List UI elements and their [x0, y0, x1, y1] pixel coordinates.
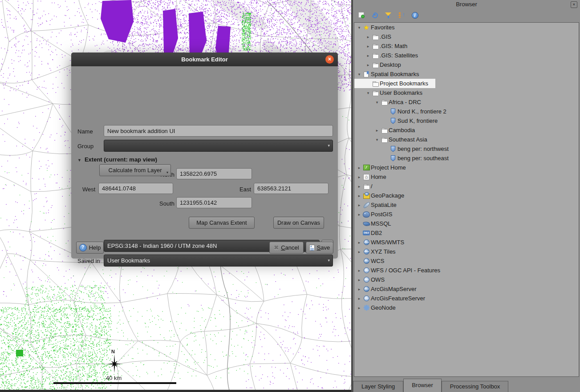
map-canvas-extent-button[interactable]: Map Canvas Extent [189, 217, 255, 229]
globe-icon [362, 258, 370, 264]
save-label: Save [317, 244, 330, 251]
cancel-button[interactable]: ✖ Cancel [269, 242, 304, 254]
browser-panel-title: Browser [353, 1, 580, 8]
expander-open-icon[interactable]: ▾ [356, 25, 362, 30]
expander-closed-icon[interactable]: ▸ [356, 240, 362, 245]
tree-item-label: Favorites [370, 24, 394, 31]
spatialite-icon [362, 203, 370, 207]
expander-closed-icon[interactable]: ▸ [356, 184, 362, 189]
tree-item-label: Project Home [370, 164, 406, 171]
tree-item-africa-drc[interactable]: ▾Africa - DRC [354, 97, 579, 107]
tree-item-spatialite[interactable]: ▸SpatiaLite [354, 200, 579, 210]
tree-item-label: Africa - DRC [388, 99, 421, 105]
tree-item-beng-per-northwest[interactable]: beng per: northwest [354, 144, 579, 154]
tree-item-user-bookmarks[interactable]: ▾User Bookmarks [354, 88, 579, 97]
expander-closed-icon[interactable]: ▸ [365, 53, 371, 58]
dialog-titlebar[interactable]: Bookmark Editor × [71, 53, 338, 66]
tab-layer-styling[interactable]: Layer Styling [353, 381, 403, 392]
tree-item-arcgismapserver[interactable]: ▸ArcGisMapServer [354, 284, 579, 294]
tree-item-home[interactable]: ▸⌂Home [354, 172, 579, 182]
tree-item-beng-per-southeast[interactable]: beng per: southeast [354, 154, 579, 163]
extent-east-input[interactable]: 638563.2121 [254, 183, 329, 194]
add-selected-layers-button[interactable] [357, 10, 366, 20]
properties-widget-icon [398, 12, 405, 18]
properties-widget-button[interactable] [397, 10, 406, 20]
tree-item-label: Spatial Bookmarks [370, 71, 419, 77]
tree-item-mssql[interactable]: MSSQL [354, 219, 579, 228]
expander-open-icon[interactable]: ▾ [374, 137, 380, 142]
tree-item-postgis[interactable]: ▸PostGIS [354, 210, 579, 219]
expander-closed-icon[interactable]: ▸ [365, 44, 371, 48]
tree-item-gis-satellites[interactable]: ▸.GIS: Satellites [354, 51, 579, 60]
expander-closed-icon[interactable]: ▸ [356, 203, 362, 207]
expander-open-icon[interactable]: ▾ [365, 91, 371, 95]
postgis-icon [362, 211, 370, 218]
expander-closed-icon[interactable]: ▸ [374, 128, 380, 133]
tree-item-wms-wmts[interactable]: ▸WMS/WMTS [354, 238, 579, 247]
help-button[interactable]: ? Help [76, 242, 104, 254]
expander-closed-icon[interactable]: ▸ [356, 278, 362, 282]
tree-item-[interactable]: ▸/ [354, 182, 579, 191]
extent-group-header[interactable]: ▼Extent (current: map view) [77, 156, 157, 163]
bookmark-icon [389, 109, 397, 115]
expander-closed-icon[interactable]: ▸ [356, 250, 362, 254]
saved-in-combobox[interactable]: User Bookmarks ▾ [104, 255, 333, 267]
tree-item-southeast-asia[interactable]: ▾Southeast Asia [354, 135, 579, 144]
tree-item-gis-math[interactable]: ▸.GIS: Math [354, 41, 579, 51]
expander-closed-icon[interactable]: ▸ [365, 35, 371, 39]
extent-north-input[interactable]: 1358220.6975 [176, 168, 252, 179]
group-combobox[interactable]: ▾ [104, 140, 333, 152]
tree-item-label: .GIS [379, 33, 391, 40]
tab-browser[interactable]: Browser [403, 379, 442, 392]
tree-item-label: Cambodia [388, 127, 415, 133]
browser-panel: Browser × i ▾★Favorites▸.GIS▸.GIS: Math▸… [353, 0, 580, 392]
tree-item-db2[interactable]: DB2DB2 [354, 228, 579, 238]
tab-processing-toolbox[interactable]: Processing Toolbox [442, 381, 509, 392]
expander-closed-icon[interactable]: ▸ [356, 175, 362, 179]
dialog-close-button[interactable]: × [325, 55, 334, 64]
filter-icon [385, 12, 391, 18]
name-input[interactable]: New bookmark addition UI [104, 125, 333, 137]
tree-item-project-home[interactable]: ▸Project Home [354, 163, 579, 172]
expander-closed-icon[interactable]: ▸ [356, 296, 362, 301]
help-icon: ? [79, 244, 87, 251]
tree-item-geopackage[interactable]: ▸GeoPackage [354, 191, 579, 200]
info-button[interactable]: i [410, 10, 420, 20]
tree-item-geonode[interactable]: ▸GeoNode [354, 303, 579, 312]
tree-item-wcs[interactable]: WCS [354, 256, 579, 266]
refresh-button[interactable] [370, 10, 380, 20]
calculate-from-layer-label: Calculate from Layer [109, 167, 162, 174]
draw-on-canvas-button[interactable]: Draw on Canvas [273, 217, 324, 229]
expander-closed-icon[interactable]: ▸ [356, 306, 362, 310]
tree-item-label: DB2 [370, 230, 382, 236]
tree-item-desktop[interactable]: ▸Desktop [354, 60, 579, 69]
extent-west-input[interactable]: 486441.0748 [98, 183, 173, 194]
expander-closed-icon[interactable]: ▸ [356, 268, 362, 273]
expander-closed-icon[interactable]: ▸ [365, 63, 371, 67]
tree-item-favorites[interactable]: ▾★Favorites [354, 23, 579, 32]
expander-open-icon[interactable]: ▾ [356, 72, 362, 77]
tree-item-label: GeoPackage [370, 192, 404, 199]
calculate-from-layer-button[interactable]: Calculate from Layer ▾ [99, 164, 171, 176]
save-button[interactable]: Save [306, 242, 333, 254]
filter-button[interactable] [383, 10, 393, 20]
tree-item-sud-k-frontiere[interactable]: Sud K, frontiere [354, 116, 579, 125]
panel-close-icon[interactable]: × [571, 1, 577, 8]
tree-item-label: WCS [370, 258, 384, 264]
tree-item-xyz-tiles[interactable]: ▸XYZ Tiles [354, 247, 579, 256]
tree-item-ows[interactable]: ▸OWS [354, 275, 579, 284]
tree-item-spatial-bookmarks[interactable]: ▾Spatial Bookmarks [354, 69, 579, 79]
expander-closed-icon[interactable]: ▸ [356, 194, 362, 198]
expander-closed-icon[interactable]: ▸ [356, 287, 362, 291]
expander-closed-icon[interactable]: ▸ [356, 166, 362, 170]
spatial-bookmarks-icon [362, 71, 370, 77]
tree-item-project-bookmarks[interactable]: Project Bookmarks [354, 79, 435, 88]
expander-closed-icon[interactable]: ▸ [356, 212, 362, 217]
tree-item-wfs-ogc-api-features[interactable]: ▸WFS / OGC API - Features [354, 266, 579, 275]
expander-open-icon[interactable]: ▾ [374, 100, 380, 105]
tree-item-gis[interactable]: ▸.GIS [354, 32, 579, 41]
tree-item-arcgisfeatureserver[interactable]: ▸ArcGisFeatureServer [354, 294, 579, 303]
tree-item-nord-k-frontiere-2[interactable]: Nord K., frontiere 2 [354, 107, 579, 116]
tree-item-cambodia[interactable]: ▸Cambodia [354, 125, 579, 135]
extent-south-input[interactable]: 1231955.0142 [176, 197, 252, 208]
